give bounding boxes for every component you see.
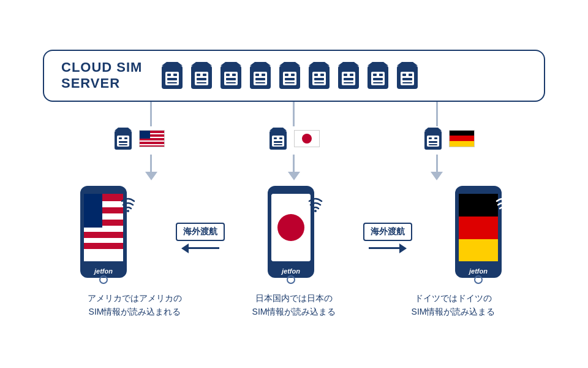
svg-rect-59	[402, 74, 406, 76]
svg-point-116	[502, 210, 504, 212]
sim-card-icon	[190, 61, 213, 90]
svg-rect-67	[124, 137, 127, 139]
svg-rect-26	[255, 78, 265, 80]
svg-rect-97	[84, 194, 102, 228]
sim-card-icon	[307, 61, 331, 90]
svg-rect-24	[255, 74, 259, 76]
sim-flag-us	[113, 126, 165, 151]
svg-marker-78	[424, 128, 442, 131]
svg-rect-75	[274, 141, 282, 143]
arrow-left-head	[181, 243, 189, 253]
v-line-center	[293, 102, 295, 126]
sim-flag-de	[423, 126, 475, 151]
svg-rect-11	[203, 74, 206, 76]
svg-rect-73	[274, 137, 277, 139]
server-title: CLOUD SIM SERVER	[61, 59, 142, 92]
svg-rect-32	[291, 74, 295, 76]
down-arrow-left	[145, 155, 157, 180]
svg-rect-13	[197, 82, 206, 83]
svg-rect-80	[429, 137, 432, 139]
down-arrow-right	[431, 155, 443, 180]
svg-rect-47	[344, 78, 353, 80]
sim-icon-jp	[268, 126, 288, 151]
phone-svg-us: jetfon	[73, 183, 140, 284]
svg-marker-64	[115, 128, 132, 131]
svg-rect-39	[320, 74, 324, 76]
server-box: CLOUD SIM SERVER	[43, 50, 545, 102]
svg-rect-93	[84, 232, 123, 238]
svg-rect-31	[285, 74, 288, 76]
svg-text:jetfon: jetfon	[281, 267, 300, 275]
caption-de: ドイツではドイツの SIM情報が読み込まる	[398, 291, 508, 319]
arrow-right-head	[399, 243, 407, 253]
svg-point-107	[314, 210, 317, 212]
phone-de: jetfon	[448, 183, 515, 284]
down-arrows-row	[43, 155, 545, 180]
svg-rect-81	[434, 137, 437, 139]
phones-row: jetfon 海外渡航	[43, 183, 545, 284]
svg-rect-94	[84, 238, 123, 243]
svg-rect-18	[232, 74, 236, 76]
svg-rect-12	[197, 78, 206, 80]
svg-point-104	[277, 214, 304, 241]
svg-marker-22	[250, 62, 271, 66]
svg-marker-15	[221, 62, 241, 66]
svg-rect-61	[402, 78, 412, 80]
travel-label-right: 海外渡航	[363, 223, 412, 241]
svg-rect-3	[167, 74, 171, 76]
svg-rect-34	[285, 82, 295, 83]
sim-icon-de	[423, 126, 443, 151]
sim-card-icon	[278, 61, 301, 90]
svg-rect-110	[459, 194, 498, 217]
captions-row: アメリカではアメリカの SIM情報が読み込まれる 日本国内では日本の SIM情報…	[43, 291, 545, 319]
travel-arrow-left: 海外渡航	[176, 220, 225, 253]
svg-rect-111	[459, 217, 498, 239]
svg-rect-74	[279, 137, 282, 139]
sim-card-icon	[249, 61, 272, 90]
sim-card-icon	[396, 61, 419, 90]
phone-svg-jp: jetfon	[260, 183, 328, 284]
svg-point-100	[127, 210, 129, 212]
svg-rect-62	[402, 82, 412, 83]
flag-de	[449, 130, 475, 147]
svg-rect-66	[119, 137, 122, 139]
svg-rect-54	[373, 78, 383, 80]
svg-marker-29	[279, 62, 300, 66]
sim-card-icon	[337, 61, 360, 90]
svg-rect-27	[255, 82, 265, 83]
sim-card-icon	[160, 61, 184, 90]
svg-rect-68	[119, 141, 127, 143]
vertical-connectors	[43, 102, 545, 126]
caption-us: アメリカではアメリカの SIM情報が読み込まれる	[80, 291, 190, 319]
flag-jp	[294, 130, 320, 147]
caption-jp: 日本国内では日本の SIM情報が読み込まる	[239, 291, 349, 319]
travel-label-left: 海外渡航	[176, 223, 225, 241]
svg-rect-45	[344, 74, 347, 76]
phone-us: jetfon	[73, 183, 140, 284]
svg-marker-1	[162, 62, 183, 66]
travel-arrow-right: 海外渡航	[363, 220, 412, 253]
phone-jp: jetfon	[260, 183, 328, 284]
svg-rect-53	[379, 74, 383, 76]
svg-rect-83	[429, 144, 437, 145]
svg-rect-40	[314, 78, 324, 80]
sim-cards-row	[160, 61, 419, 90]
svg-rect-20	[226, 82, 236, 83]
svg-marker-71	[270, 128, 287, 131]
svg-rect-6	[167, 82, 177, 83]
sim-flag-row	[43, 126, 545, 151]
phone-svg-de: jetfon	[448, 183, 515, 284]
svg-marker-43	[338, 62, 359, 66]
v-line-left	[150, 102, 152, 126]
sim-icon-us	[113, 126, 133, 151]
v-line-right	[436, 102, 438, 126]
svg-marker-8	[191, 62, 212, 66]
main-diagram: CLOUD SIM SERVER	[18, 50, 570, 319]
sim-card-icon	[219, 61, 243, 90]
svg-marker-50	[368, 62, 388, 66]
svg-rect-96	[84, 249, 123, 261]
flag-us	[139, 130, 165, 147]
svg-rect-38	[314, 74, 318, 76]
svg-rect-52	[373, 74, 377, 76]
svg-rect-48	[344, 82, 353, 83]
